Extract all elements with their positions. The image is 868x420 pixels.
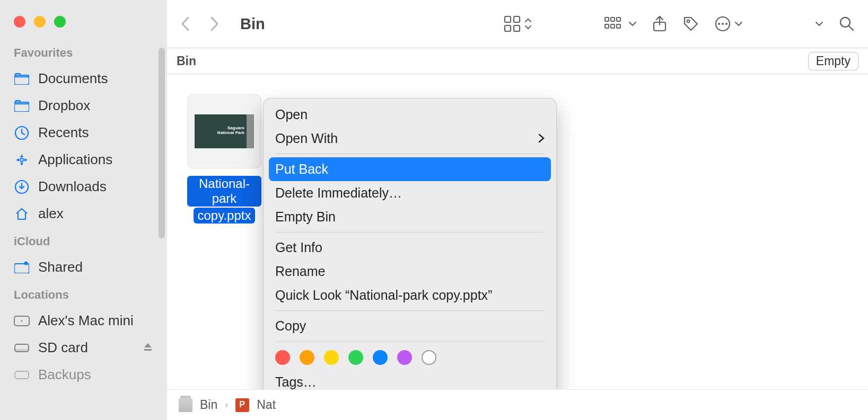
path-bar: Bin › Nat bbox=[167, 389, 868, 420]
back-button[interactable] bbox=[180, 16, 191, 32]
tag-orange[interactable] bbox=[300, 350, 314, 365]
svg-rect-22 bbox=[617, 24, 620, 28]
toolbar-overflow-button[interactable] bbox=[815, 21, 823, 27]
sidebar-item-dropbox[interactable]: Dropbox bbox=[0, 92, 167, 119]
tag-green[interactable] bbox=[348, 350, 363, 365]
folder-icon bbox=[14, 71, 30, 87]
sidebar: Favourites Documents Dropbox Recents App… bbox=[0, 0, 167, 420]
tags-button[interactable] bbox=[682, 15, 699, 32]
sidebar-item-backups[interactable]: Backups bbox=[0, 361, 167, 388]
menu-separator bbox=[275, 232, 545, 233]
location-title: Bin bbox=[177, 54, 196, 68]
sidebar-item-applications[interactable]: Applications bbox=[0, 146, 167, 173]
svg-point-6 bbox=[24, 262, 28, 265]
menu-delete-immediately[interactable]: Delete Immediately… bbox=[264, 181, 556, 205]
menu-get-info[interactable]: Get Info bbox=[264, 236, 556, 260]
sidebar-item-label: Recents bbox=[38, 124, 89, 141]
svg-rect-18 bbox=[611, 17, 615, 21]
close-window-button[interactable] bbox=[14, 16, 25, 28]
sidebar-item-label: Shared bbox=[38, 259, 83, 275]
file-item[interactable]: Saguaro National Park National-park copy… bbox=[187, 94, 261, 224]
svg-point-28 bbox=[725, 23, 727, 25]
eject-icon[interactable] bbox=[143, 339, 153, 356]
tag-none[interactable] bbox=[422, 350, 436, 365]
applications-icon bbox=[14, 152, 30, 168]
computer-icon bbox=[14, 313, 30, 329]
sidebar-scrollbar[interactable] bbox=[159, 48, 165, 238]
window-title: Bin bbox=[240, 15, 265, 33]
sidebar-item-label: Dropbox bbox=[38, 97, 90, 114]
menu-put-back[interactable]: Put Back bbox=[269, 157, 551, 181]
forward-button[interactable] bbox=[208, 16, 220, 32]
slide-title-line2: National Park bbox=[217, 131, 244, 136]
shared-folder-icon bbox=[14, 260, 30, 275]
tag-blue[interactable] bbox=[373, 350, 388, 365]
svg-rect-14 bbox=[514, 16, 520, 22]
finder-window: Favourites Documents Dropbox Recents App… bbox=[0, 0, 868, 420]
powerpoint-icon bbox=[235, 398, 249, 412]
tag-red[interactable] bbox=[275, 350, 290, 365]
menu-copy[interactable]: Copy bbox=[264, 314, 556, 338]
fullscreen-window-button[interactable] bbox=[54, 16, 66, 28]
sidebar-item-label: SD card bbox=[38, 339, 88, 356]
sidebar-item-home[interactable]: alex bbox=[0, 200, 167, 227]
svg-rect-5 bbox=[14, 264, 29, 273]
svg-rect-19 bbox=[617, 17, 620, 21]
submenu-arrow-icon bbox=[538, 131, 545, 146]
sidebar-item-mac[interactable]: Alex's Mac mini bbox=[0, 307, 167, 334]
sidebar-section-icloud-label: iCloud bbox=[0, 235, 167, 248]
path-segment-file[interactable]: Nat bbox=[257, 398, 276, 412]
toolbar: Bin bbox=[167, 0, 868, 48]
menu-open[interactable]: Open bbox=[264, 103, 556, 127]
empty-bin-button[interactable]: Empty bbox=[808, 52, 858, 70]
svg-rect-15 bbox=[505, 25, 511, 31]
file-name: National-park copy.pptx bbox=[187, 175, 261, 224]
sidebar-item-label: Documents bbox=[38, 70, 108, 87]
path-segment-bin[interactable]: Bin bbox=[200, 398, 217, 412]
svg-rect-11 bbox=[144, 349, 152, 351]
svg-rect-20 bbox=[605, 24, 609, 28]
menu-separator bbox=[275, 310, 545, 311]
sidebar-section-locations-label: Locations bbox=[0, 288, 167, 302]
sidebar-item-sdcard[interactable]: SD card bbox=[0, 334, 167, 361]
tag-purple[interactable] bbox=[397, 350, 412, 365]
group-button[interactable] bbox=[604, 16, 637, 31]
svg-point-8 bbox=[21, 320, 23, 321]
disk-icon bbox=[14, 340, 30, 356]
minimize-window-button[interactable] bbox=[34, 16, 46, 28]
sidebar-item-shared[interactable]: Shared bbox=[0, 254, 167, 281]
tag-yellow[interactable] bbox=[324, 350, 339, 365]
download-icon bbox=[14, 179, 30, 195]
sidebar-item-downloads[interactable]: Downloads bbox=[0, 173, 167, 200]
folder-icon bbox=[14, 98, 30, 114]
svg-rect-17 bbox=[605, 17, 609, 21]
menu-tag-colors bbox=[264, 345, 556, 370]
search-button[interactable] bbox=[838, 15, 855, 32]
disk-icon bbox=[14, 367, 30, 383]
menu-quick-look[interactable]: Quick Look “National-park copy.pptx” bbox=[264, 283, 556, 307]
svg-point-26 bbox=[718, 23, 720, 25]
menu-separator bbox=[275, 154, 545, 154]
svg-rect-13 bbox=[505, 16, 511, 22]
sidebar-item-label: alex bbox=[38, 205, 64, 222]
svg-point-3 bbox=[20, 158, 23, 162]
menu-separator bbox=[275, 341, 545, 342]
action-button[interactable] bbox=[714, 15, 743, 32]
svg-rect-16 bbox=[514, 25, 520, 31]
menu-open-with[interactable]: Open With bbox=[264, 127, 556, 150]
view-grid-button[interactable] bbox=[503, 15, 532, 33]
share-button[interactable] bbox=[652, 15, 668, 33]
sidebar-item-label: Applications bbox=[38, 151, 112, 168]
trash-icon bbox=[179, 398, 192, 412]
svg-point-27 bbox=[722, 23, 724, 25]
home-icon bbox=[14, 206, 30, 222]
context-menu: Open Open With Put Back Delete Immediate… bbox=[263, 98, 557, 399]
sidebar-item-label: Backups bbox=[38, 367, 91, 383]
menu-rename[interactable]: Rename bbox=[264, 260, 556, 283]
sidebar-item-recents[interactable]: Recents bbox=[0, 119, 167, 146]
sidebar-section-favourites-label: Favourites bbox=[0, 46, 167, 60]
sidebar-item-documents[interactable]: Documents bbox=[0, 65, 167, 92]
svg-rect-21 bbox=[611, 24, 615, 28]
menu-empty-bin[interactable]: Empty Bin bbox=[264, 205, 556, 229]
svg-point-24 bbox=[687, 20, 690, 23]
